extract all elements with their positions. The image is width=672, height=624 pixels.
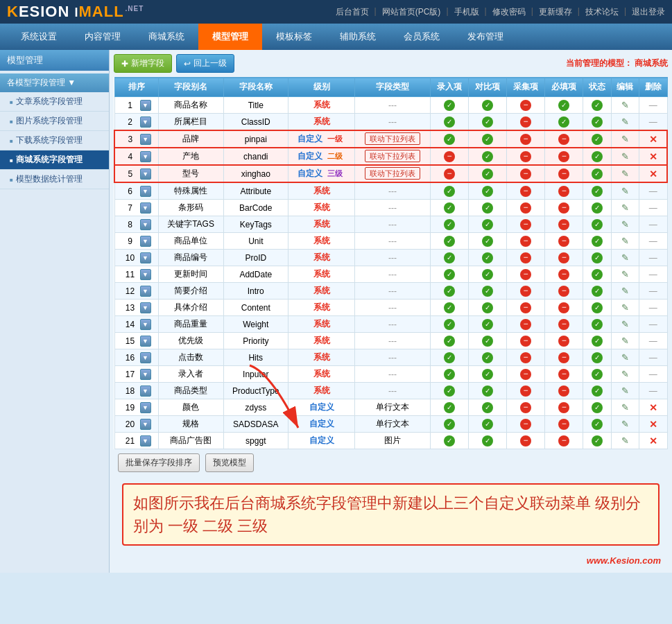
cell-edit[interactable]: ✎ [611,333,639,349]
edit-icon[interactable]: ✎ [621,269,629,279]
cell-edit[interactable]: ✎ [611,130,639,148]
sort-down-btn[interactable]: ▼ [140,369,151,380]
edit-icon[interactable]: ✎ [621,286,629,296]
sort-down-btn[interactable]: ▼ [140,319,151,330]
link-mobile[interactable]: 手机版 [454,6,479,18]
sidebar-item-stats[interactable]: 模型数据统计管理 [0,170,109,189]
cell-delete[interactable]: ✕ [639,433,668,449]
cell-edit[interactable]: ✎ [611,366,639,383]
cell-edit[interactable]: ✎ [611,416,639,433]
sort-down-btn[interactable]: ▼ [140,168,151,180]
sort-down-btn[interactable]: ▼ [140,336,151,347]
edit-icon[interactable]: ✎ [621,385,629,396]
delete-icon[interactable]: ✕ [649,151,657,162]
sort-down-btn[interactable]: ▼ [140,116,151,128]
cell-delete[interactable]: — [639,97,668,114]
edit-icon[interactable]: ✎ [621,302,629,313]
sort-down-btn[interactable]: ▼ [140,236,151,247]
cell-edit[interactable]: ✎ [611,399,639,416]
link-forum[interactable]: 技术论坛 [585,6,619,18]
nav-mall-system[interactable]: 商城系统 [135,24,198,50]
sort-down-btn[interactable]: ▼ [140,302,151,313]
cell-delete[interactable]: — [639,300,668,316]
edit-icon[interactable]: ✎ [621,100,629,110]
delete-icon[interactable]: ✕ [649,435,657,447]
sort-down-btn[interactable]: ▼ [140,269,151,280]
edit-icon[interactable]: ✎ [621,168,629,179]
delete-icon[interactable]: ✕ [649,419,657,430]
preview-model-button[interactable]: 预览模型 [205,453,254,472]
sort-down-btn[interactable]: ▼ [140,435,151,447]
cell-delete[interactable]: — [639,349,668,366]
sidebar-item-download[interactable]: 下载系统字段管理 [0,131,109,150]
nav-system-settings[interactable]: 系统设置 [7,24,71,50]
nav-assist-system[interactable]: 辅助系统 [326,24,390,50]
sort-down-btn[interactable]: ▼ [140,286,151,297]
edit-icon[interactable]: ✎ [621,134,629,144]
cell-edit[interactable]: ✎ [611,148,639,165]
link-refresh-cache[interactable]: 更新缓存 [539,6,572,18]
cell-delete[interactable]: — [639,333,668,349]
sort-down-btn[interactable]: ▼ [140,402,151,413]
edit-icon[interactable]: ✎ [621,419,629,429]
nav-template-tags[interactable]: 模板标签 [262,24,326,50]
edit-icon[interactable]: ✎ [621,151,629,162]
delete-icon[interactable]: ✕ [649,168,657,180]
cell-edit[interactable]: ✎ [611,200,639,216]
sort-down-btn[interactable]: ▼ [140,252,151,263]
sort-down-btn[interactable]: ▼ [140,186,151,197]
edit-icon[interactable]: ✎ [621,369,629,379]
cell-edit[interactable]: ✎ [611,182,639,200]
cell-edit[interactable]: ✎ [611,114,639,131]
edit-icon[interactable]: ✎ [621,319,629,329]
edit-icon[interactable]: ✎ [621,402,629,413]
nav-content-manage[interactable]: 内容管理 [71,24,135,50]
cell-edit[interactable]: ✎ [611,233,639,250]
sort-down-btn[interactable]: ▼ [140,352,151,363]
edit-icon[interactable]: ✎ [621,116,629,127]
edit-icon[interactable]: ✎ [621,336,629,346]
link-backend[interactable]: 后台首页 [336,6,369,18]
sort-down-btn[interactable]: ▼ [140,100,151,111]
cell-delete[interactable]: — [639,383,668,399]
cell-edit[interactable]: ✎ [611,250,639,266]
cell-delete[interactable]: — [639,366,668,383]
cell-edit[interactable]: ✎ [611,300,639,316]
nav-member-system[interactable]: 会员系统 [390,24,454,50]
link-change-password[interactable]: 修改密码 [492,6,526,18]
link-logout[interactable]: 退出登录 [632,6,665,18]
sort-down-btn[interactable]: ▼ [140,151,151,162]
nav-publish-manage[interactable]: 发布管理 [454,24,517,50]
sort-down-btn[interactable]: ▼ [140,134,151,145]
cell-edit[interactable]: ✎ [611,283,639,300]
batch-save-button[interactable]: 批量保存字段排序 [118,453,200,472]
cell-edit[interactable]: ✎ [611,349,639,366]
delete-icon[interactable]: ✕ [649,402,657,413]
edit-icon[interactable]: ✎ [621,435,629,446]
nav-model-manage[interactable]: 模型管理 [198,24,262,50]
cell-delete[interactable]: ✕ [639,399,668,416]
edit-icon[interactable]: ✎ [621,202,629,213]
sidebar-item-mall[interactable]: 商城系统字段管理 [0,150,109,170]
sort-down-btn[interactable]: ▼ [140,219,151,230]
cell-edit[interactable]: ✎ [611,266,639,283]
sidebar-section-title[interactable]: 各模型字段管理 ▼ [0,73,109,92]
cell-delete[interactable]: ✕ [639,165,668,182]
cell-delete[interactable]: — [639,182,668,200]
back-up-button[interactable]: ↩ 回上一级 [176,54,234,73]
cell-delete[interactable]: — [639,266,668,283]
cell-edit[interactable]: ✎ [611,383,639,399]
sort-down-btn[interactable]: ▼ [140,385,151,397]
cell-edit[interactable]: ✎ [611,97,639,114]
cell-delete[interactable]: ✕ [639,416,668,433]
cell-delete[interactable]: ✕ [639,148,668,165]
edit-icon[interactable]: ✎ [621,352,629,363]
cell-delete[interactable]: — [639,316,668,333]
sidebar-item-image[interactable]: 图片系统字段管理 [0,112,109,131]
add-field-button[interactable]: ✚ 新增字段 [114,54,172,73]
cell-edit[interactable]: ✎ [611,165,639,182]
link-website-pc[interactable]: 网站首页(PC版) [382,6,441,18]
delete-icon[interactable]: ✕ [649,134,657,145]
cell-delete[interactable]: — [639,283,668,300]
cell-edit[interactable]: ✎ [611,216,639,233]
